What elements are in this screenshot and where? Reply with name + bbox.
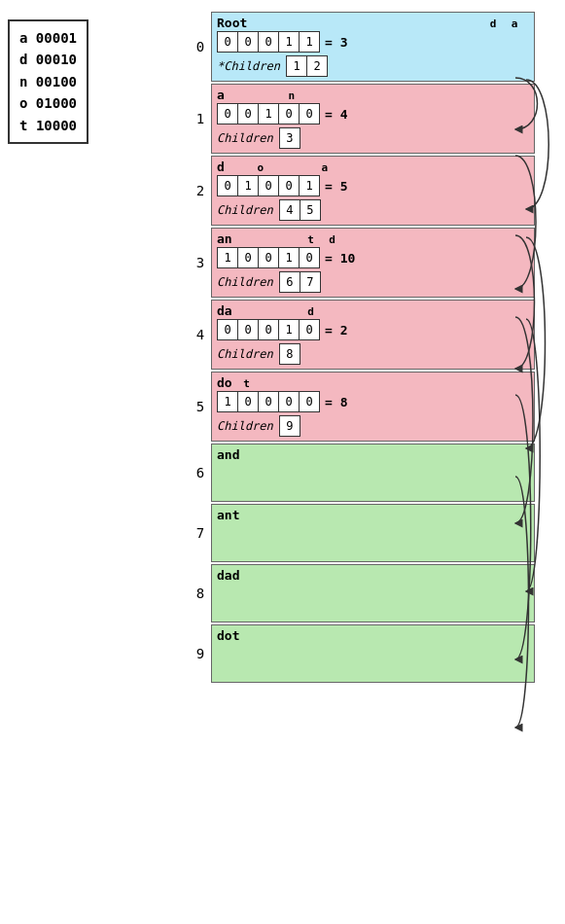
node-8-label: dad [217,566,239,585]
node-0-label: Root [217,16,247,30]
node-2: d o a 0 1 0 0 1 = 5 Children 4 [211,156,535,226]
node-2-label: d [217,160,225,174]
row-index-5: 5 [190,372,211,442]
node-7-label: ant [217,506,239,524]
node-4-label: da [217,303,232,318]
row-index-4: 4 [190,300,211,370]
node-4: da d 0 0 0 1 0 = 2 Children 8 [211,300,535,370]
node-4-children: Children 8 [217,343,529,365]
node-6-label: and [217,445,239,464]
row-index-3: 3 [190,228,211,298]
row-index-2: 2 [190,156,211,226]
node-7: ant [211,504,535,562]
row-1: 1 a n 0 0 1 0 0 = 4 Children 3 [190,84,535,154]
row-7: 7 ant [190,504,535,562]
node-5-children: Children 9 [217,415,529,437]
legend-entry-a: a 00001 [19,27,77,49]
row-3: 3 an t d 1 0 0 1 0 = 10 C [190,228,535,298]
node-9: dot [211,624,535,683]
row-0: 0 Root d a 0 0 0 1 1 = 3 *Childr [190,12,535,82]
node-6: and [211,444,535,502]
row-4: 4 da d 0 0 0 1 0 = 2 Chi [190,300,535,370]
node-5-label: do [217,375,232,390]
row-2: 2 d o a 0 1 0 0 1 = 5 Chi [190,156,535,226]
legend-entry-t: t 10000 [19,115,77,136]
row-index-8: 8 [190,564,211,622]
node-1-children: Children 3 [217,127,529,149]
node-1-cells: 0 0 1 0 0 = 4 [217,103,529,124]
diagram: 0 Root d a 0 0 0 1 1 = 3 *Childr [190,12,535,685]
row-5: 5 do t 1 0 0 0 0 = 8 Chi [190,372,535,442]
row-index-7: 7 [190,504,211,562]
node-8: dad [211,564,535,622]
legend-entry-d: d 00010 [19,49,77,70]
node-1-label: a [217,88,225,102]
node-9-label: dot [217,626,239,645]
node-3: an t d 1 0 0 1 0 = 10 Children 6 [211,228,535,298]
legend-entry-n: n 00100 [19,71,77,92]
row-8: 8 dad [190,564,535,622]
node-5-cells: 1 0 0 0 0 = 8 [217,391,529,412]
node-2-cells: 0 1 0 0 1 = 5 [217,175,529,196]
node-0-cells: 0 0 0 1 1 = 3 [217,31,529,53]
node-1: a n 0 0 1 0 0 = 4 Children 3 [211,84,535,154]
row-index-9: 9 [190,624,211,683]
node-0-children: *Children 1 2 [217,55,529,77]
row-index-1: 1 [190,84,211,154]
node-3-label: an [217,231,232,246]
row-index-6: 6 [190,444,211,502]
node-0: Root d a 0 0 0 1 1 = 3 *Children 1 2 [211,12,535,82]
node-2-children: Children 4 5 [217,199,529,221]
row-index-0: 0 [190,12,211,82]
row-6: 6 and [190,444,535,502]
row-9: 9 dot [190,624,535,683]
node-4-cells: 0 0 0 1 0 = 2 [217,319,529,340]
legend-entry-o: o 01000 [19,92,77,114]
node-3-cells: 1 0 0 1 0 = 10 [217,247,529,268]
node-5: do t 1 0 0 0 0 = 8 Children 9 [211,372,535,442]
legend-box: a 00001 d 00010 n 00100 o 01000 t 10000 [8,19,88,144]
node-3-children: Children 6 7 [217,271,529,293]
